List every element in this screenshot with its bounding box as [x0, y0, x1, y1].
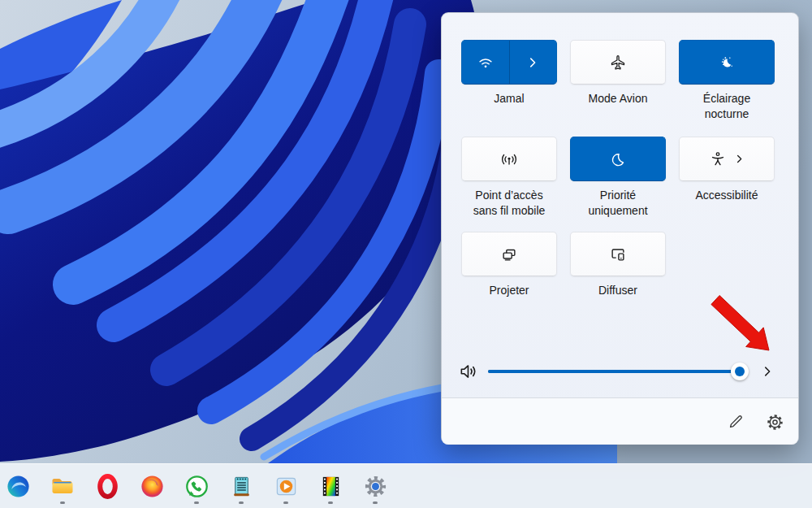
pencil-icon [727, 413, 745, 431]
volume-fill [488, 370, 740, 373]
volume-speaker-icon[interactable] [458, 361, 479, 385]
taskbar: FRA 03:46 30/11/2025 [0, 463, 812, 508]
taskbar-media-player-button[interactable] [268, 467, 304, 506]
volume-thumb[interactable] [731, 363, 749, 380]
opera-icon [95, 474, 120, 499]
wifi-tile[interactable] [461, 40, 557, 85]
quick-setting-airplane: Mode Avion [570, 40, 666, 106]
airplane-mode-label: Mode Avion [572, 91, 663, 106]
hotspot-icon [500, 150, 518, 168]
mobile-hotspot-tile[interactable] [461, 137, 557, 181]
quick-setting-hotspot: Point d’accès sans fil mobile [461, 137, 557, 219]
file-explorer-icon [50, 473, 76, 499]
accessibility-person-icon [709, 150, 727, 168]
taskbar-apps [0, 467, 393, 506]
panel-footer [442, 398, 798, 445]
settings-gear-icon [363, 474, 388, 499]
wifi-icon [477, 54, 495, 72]
mobile-hotspot-label: Point d’accès sans fil mobile [464, 188, 555, 219]
taskbar-notepad-button[interactable] [223, 467, 259, 506]
quick-setting-wifi: Jamal [461, 40, 557, 106]
cast-tile[interactable] [570, 232, 666, 276]
running-indicator [194, 501, 199, 504]
accessibility-label: Accessibilité [681, 188, 772, 203]
project-tile[interactable] [461, 232, 557, 276]
quick-setting-cast: Diffuser [570, 232, 666, 298]
gear-icon [766, 413, 784, 432]
volume-row [442, 354, 798, 389]
settings-button[interactable] [760, 408, 789, 436]
wifi-expand[interactable] [509, 41, 557, 84]
film-strip-icon [318, 474, 343, 499]
running-indicator [373, 501, 378, 504]
microsoft-edge-icon [6, 474, 31, 499]
windows-media-player-icon [274, 474, 299, 499]
taskbar-movie-app-button[interactable] [313, 467, 348, 506]
taskbar-opera-button[interactable] [89, 467, 125, 506]
quick-setting-accessibility: Accessibilité [679, 137, 775, 203]
running-indicator [328, 501, 333, 504]
running-indicator [239, 501, 244, 504]
whatsapp-icon [184, 474, 209, 499]
quick-settings-panel: Jamal Mode Avion Éclairage nocturne [441, 12, 799, 445]
moon-icon [609, 150, 627, 168]
night-light-label: Éclairage nocturne [681, 91, 772, 122]
taskbar-file-explorer-button[interactable] [45, 467, 80, 506]
chevron-right-icon [733, 153, 745, 165]
quick-setting-nightlight: Éclairage nocturne [679, 40, 775, 122]
firefox-icon [140, 474, 165, 499]
project-label: Projeter [464, 283, 555, 298]
quick-setting-dnd: Priorité uniquement [570, 137, 666, 219]
do-not-disturb-label: Priorité uniquement [572, 188, 663, 219]
edit-quick-settings-button[interactable] [721, 408, 750, 436]
running-indicator [60, 501, 65, 504]
project-displays-icon [500, 245, 518, 263]
taskbar-firefox-button[interactable] [134, 467, 170, 506]
taskbar-whatsapp-button[interactable] [179, 467, 214, 506]
night-light-icon [718, 54, 736, 72]
quick-setting-project: Projeter [461, 232, 557, 298]
taskbar-edge-button[interactable] [0, 467, 36, 506]
cast-icon [609, 245, 627, 263]
running-indicator [283, 501, 288, 504]
wifi-toggle[interactable] [462, 41, 509, 84]
airplane-mode-tile[interactable] [570, 40, 666, 85]
volume-expand-chevron[interactable] [760, 364, 775, 382]
wifi-label: Jamal [464, 91, 555, 106]
do-not-disturb-tile[interactable] [570, 137, 666, 181]
cast-label: Diffuser [572, 283, 663, 298]
chevron-right-icon [525, 55, 540, 70]
night-light-tile[interactable] [679, 40, 775, 85]
volume-slider[interactable] [488, 363, 748, 380]
accessibility-tile[interactable] [679, 137, 775, 181]
taskbar-settings-button[interactable] [357, 467, 393, 506]
notepad-icon [229, 474, 254, 499]
airplane-icon [609, 54, 627, 72]
